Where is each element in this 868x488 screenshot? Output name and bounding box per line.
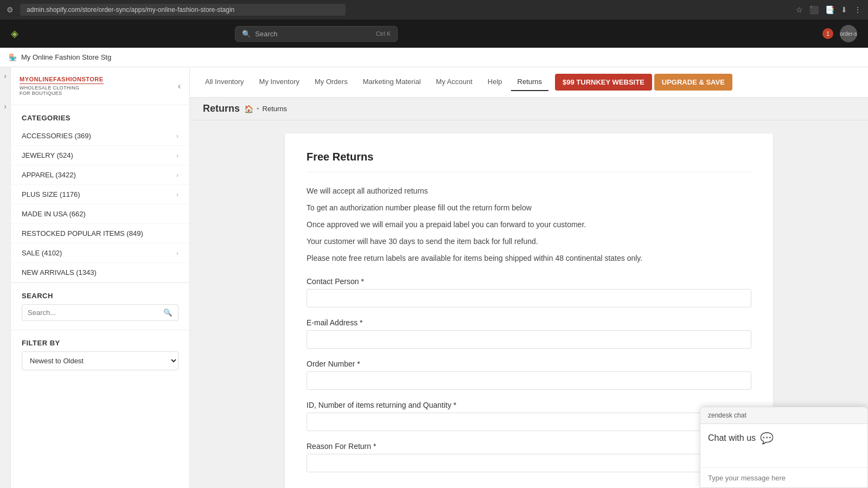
categories-list: ACCESSORIES (369)›JEWELRY (524)›APPAREL … [11, 126, 189, 282]
search-icon: 🔍 [242, 30, 251, 38]
chat-icon: 💬 [760, 432, 774, 445]
logo-sub1: WHOLESALE CLOTHING [20, 85, 79, 91]
category-name: JEWELRY (524) [22, 151, 73, 159]
bookmarks-icon[interactable]: 📑 [825, 5, 834, 14]
category-name: RESTOCKED POPULAR ITEMS (849) [22, 229, 143, 237]
category-name: ACCESSORIES (369) [22, 132, 91, 140]
form-label-order-number: Order Number * [307, 359, 751, 368]
breadcrumb-sep: • [257, 105, 259, 113]
menu-icon[interactable]: ⋮ [854, 5, 861, 14]
download-icon[interactable]: ⬇ [841, 5, 847, 14]
chat-greeting: Chat with us 💬 [708, 432, 860, 445]
category-name: MADE IN USA (662) [22, 210, 86, 218]
category-item[interactable]: PLUS SIZE (1176)› [11, 185, 189, 204]
search-button[interactable]: 🔍 [158, 305, 178, 320]
chevron-right-icon: › [176, 249, 178, 257]
form-label-reason-return: Reason For Return * [307, 442, 751, 451]
chat-body: Chat with us 💬 [700, 424, 867, 467]
search-input[interactable] [22, 305, 158, 320]
nav-marketing[interactable]: Marketing Material [356, 73, 427, 91]
filter-select[interactable]: Newest to Oldest Oldest to Newest Price:… [22, 351, 178, 370]
filter-label: FILTER BY [22, 339, 178, 347]
form-fields: Contact Person *E-mail Address *Order Nu… [307, 277, 751, 472]
expand-icon[interactable]: › [4, 72, 7, 80]
breadcrumb-bar: Returns 🏠 • Returns [190, 98, 868, 120]
store-icon: 🏪 [9, 54, 17, 61]
page-title: Returns [203, 103, 240, 114]
global-search[interactable]: 🔍 Search Ctrl K [235, 26, 398, 42]
policy-section: We will accept all authorized returnsTo … [307, 185, 751, 264]
nav-my-orders[interactable]: My Orders [308, 73, 354, 91]
chat-greeting-text: Chat with us [708, 433, 756, 443]
category-item[interactable]: NEW ARRIVALS (1343) [11, 263, 189, 282]
required-marker: * [360, 318, 362, 327]
logo-main: MYONLINEFASHIONSTORE [20, 76, 104, 82]
home-icon: 🏠 [244, 105, 253, 113]
form-group-order-number: Order Number * [307, 359, 751, 390]
user-avatar[interactable]: order-s [840, 25, 857, 42]
logo-divider [20, 84, 104, 84]
policy-text: Your customer will have 30 days to send … [307, 236, 751, 247]
required-marker: * [373, 442, 376, 451]
store-bar: 🏪 My Online Fashion Store Stg [0, 48, 868, 67]
sidebar-logo-area: MYONLINEFASHIONSTORE WHOLESALE CLOTHING … [11, 67, 189, 105]
policy-text: We will accept all authorized returns [307, 185, 751, 197]
form-input-email-address[interactable] [307, 330, 751, 349]
chat-header: zendesk chat [700, 407, 867, 424]
form-input-contact-person[interactable] [307, 289, 751, 307]
breadcrumb-nav: 🏠 • Returns [244, 105, 287, 113]
category-name: APPAREL (3422) [22, 171, 76, 179]
chat-input-area [700, 467, 867, 487]
left-panel-collapsed: › › [0, 67, 11, 488]
chevron-right-icon: › [176, 132, 178, 140]
chat-widget: zendesk chat Chat with us 💬 [700, 407, 868, 488]
category-item[interactable]: RESTOCKED POPULAR ITEMS (849) [11, 224, 189, 243]
nav-all-inventory[interactable]: All Inventory [199, 73, 251, 91]
browser-bar: ⚙ admin.shopify.com/store/order-sync/app… [0, 0, 868, 20]
expand-icon-2[interactable]: › [4, 102, 7, 111]
form-input-order-number[interactable] [307, 371, 751, 390]
turnkey-button[interactable]: $99 TURNKEY WEBSITE [555, 74, 652, 91]
header-right: 1 order-s [822, 25, 857, 42]
browser-site-icon: ⚙ [7, 5, 14, 14]
nav-returns[interactable]: Returns [511, 73, 549, 91]
category-name: NEW ARRIVALS (1343) [22, 268, 97, 277]
chevron-right-icon: › [176, 152, 178, 159]
breadcrumb-current: Returns [263, 105, 288, 113]
category-item[interactable]: ACCESSORIES (369)› [11, 126, 189, 146]
nav-help[interactable]: Help [481, 73, 509, 91]
form-title: Free Returns [307, 151, 751, 172]
extensions-icon[interactable]: ⬛ [809, 5, 819, 14]
form-input-reason-return[interactable] [307, 454, 751, 472]
form-label-contact-person: Contact Person * [307, 277, 751, 286]
store-name: My Online Fashion Store Stg [21, 53, 111, 61]
search-section: SEARCH 🔍 [11, 282, 189, 330]
required-marker: * [454, 401, 456, 409]
category-item[interactable]: MADE IN USA (662) [11, 204, 189, 224]
shopify-logo: ◈ [11, 28, 18, 40]
sidebar: MYONLINEFASHIONSTORE WHOLESALE CLOTHING … [11, 67, 190, 488]
category-name: PLUS SIZE (1176) [22, 190, 80, 198]
form-input-id-items-qty[interactable] [307, 413, 751, 431]
chevron-right-icon: › [176, 171, 178, 179]
search-input-wrap: 🔍 [22, 304, 178, 321]
search-placeholder: Search [255, 30, 277, 38]
logo-sub2: For Boutiques [20, 91, 62, 96]
category-item[interactable]: APPAREL (3422)› [11, 165, 189, 185]
notification-badge[interactable]: 1 [822, 28, 833, 39]
form-label-email-address: E-mail Address * [307, 318, 751, 327]
chat-input[interactable] [708, 474, 860, 482]
sidebar-toggle[interactable]: ‹ [178, 81, 181, 91]
browser-url[interactable]: admin.shopify.com/store/order-sync/apps/… [20, 4, 346, 16]
policy-text: To get an authorization number please fi… [307, 202, 751, 214]
star-icon[interactable]: ☆ [796, 5, 803, 14]
nav-my-account[interactable]: My Account [430, 73, 479, 91]
form-group-id-items-qty: ID, Number of items returning and Quanti… [307, 401, 751, 431]
category-item[interactable]: JEWELRY (524)› [11, 146, 189, 165]
form-group-contact-person: Contact Person * [307, 277, 751, 307]
upgrade-button[interactable]: UPGRADE & SAVE [654, 74, 732, 91]
chevron-right-icon: › [176, 191, 178, 198]
category-item[interactable]: SALE (4102)› [11, 243, 189, 263]
category-name: SALE (4102) [22, 249, 62, 257]
nav-my-inventory[interactable]: My Inventory [253, 73, 306, 91]
